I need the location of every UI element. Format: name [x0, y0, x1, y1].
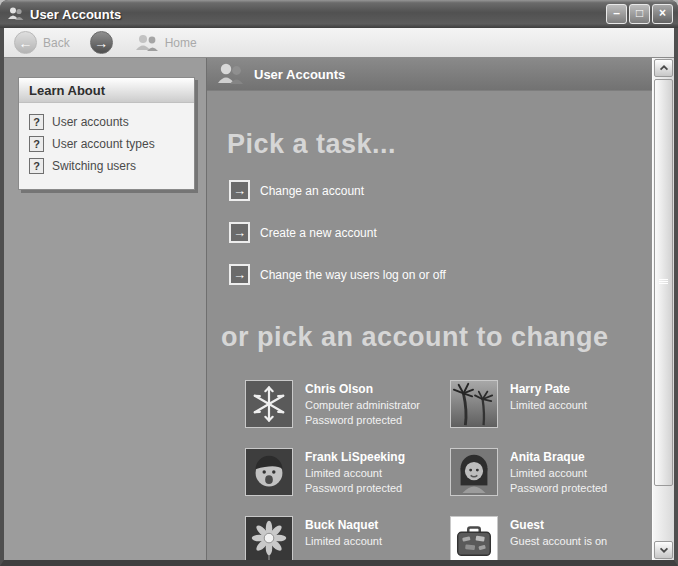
child-photo-icon — [245, 448, 293, 496]
snowflake-icon — [245, 380, 293, 428]
back-label: Back — [43, 36, 70, 50]
sidebar: Learn About ? User accounts ? User accou… — [4, 58, 207, 560]
navigation-toolbar: ← Back → Home — [4, 28, 674, 58]
scrollbar-track[interactable] — [653, 78, 674, 540]
pick-account-heading: or pick an account to change — [221, 322, 652, 353]
account-tile-harry-pate[interactable]: Harry Pate Limited account — [450, 380, 652, 428]
forward-arrow-icon: → — [94, 35, 108, 51]
content-header-title: User Accounts — [254, 67, 345, 82]
sidebar-item-label: Switching users — [52, 159, 136, 173]
user-accounts-window: User Accounts – □ × ← Back → — [0, 0, 678, 566]
account-tile-frank-lispeeking[interactable]: Frank LiSpeeking Limited account Passwor… — [245, 448, 450, 496]
sidebar-item-user-accounts[interactable]: ? User accounts — [27, 111, 186, 133]
task-label: Create a new account — [260, 226, 377, 240]
account-status: Password protected — [305, 481, 405, 496]
palm-trees-icon — [450, 380, 498, 428]
close-button[interactable]: × — [652, 4, 673, 24]
task-label: Change the way users log on or off — [260, 268, 446, 282]
home-label: Home — [165, 36, 197, 50]
task-list: → Change an account → Create a new accou… — [229, 180, 652, 306]
sidebar-item-label: User account types — [52, 137, 155, 151]
account-tile-guest[interactable]: Guest Guest account is on — [450, 516, 652, 560]
back-button[interactable]: ← — [14, 31, 37, 54]
account-name: Harry Pate — [510, 382, 587, 396]
titlebar[interactable]: User Accounts – □ × — [0, 0, 678, 28]
task-label: Change an account — [260, 184, 364, 198]
task-arrow-icon: → — [229, 264, 250, 285]
account-type: Limited account — [510, 398, 587, 413]
suitcase-icon — [450, 516, 498, 560]
help-icon: ? — [29, 136, 44, 152]
account-tile-anita-braque[interactable]: Anita Braque Limited account Password pr… — [450, 448, 652, 496]
chevron-up-icon — [658, 63, 670, 73]
task-arrow-icon: → — [229, 222, 250, 243]
chevron-down-icon — [658, 545, 670, 555]
help-icon: ? — [29, 114, 44, 130]
vertical-scrollbar — [652, 58, 674, 560]
account-type: Computer administrator — [305, 398, 420, 413]
account-name: Chris Olson — [305, 382, 420, 396]
account-type: Limited account — [305, 534, 382, 549]
account-name: Anita Braque — [510, 450, 607, 464]
task-change-an-account[interactable]: → Change an account — [229, 180, 364, 201]
task-arrow-icon: → — [229, 180, 250, 201]
learn-about-title: Learn About — [19, 78, 194, 103]
back-arrow-icon: ← — [19, 35, 33, 51]
users-icon — [217, 62, 244, 86]
account-tile-buck-naquet[interactable]: Buck Naquet Limited account — [245, 516, 450, 560]
maximize-button[interactable]: □ — [629, 4, 650, 24]
content-area: User Accounts Pick a task... → Change an… — [207, 58, 652, 560]
accounts-grid: Chris Olson Computer administrator Passw… — [245, 380, 652, 560]
sidebar-item-label: User accounts — [52, 115, 129, 129]
account-type: Guest account is on — [510, 534, 607, 549]
learn-about-panel: Learn About ? User accounts ? User accou… — [18, 77, 195, 190]
scroll-down-button[interactable] — [654, 541, 673, 559]
content-header: User Accounts — [207, 58, 652, 91]
account-name: Frank LiSpeeking — [305, 450, 405, 464]
task-change-logon-logoff[interactable]: → Change the way users log on or off — [229, 264, 446, 285]
minimize-button[interactable]: – — [606, 4, 627, 24]
forward-button[interactable]: → — [90, 31, 113, 54]
account-name: Guest — [510, 518, 607, 532]
pick-task-heading: Pick a task... — [227, 129, 652, 160]
account-status: Password protected — [305, 413, 420, 428]
window-title: User Accounts — [30, 7, 606, 22]
woman-photo-icon — [450, 448, 498, 496]
flower-icon — [245, 516, 293, 560]
scrollbar-grip — [659, 279, 668, 285]
scroll-up-button[interactable] — [654, 59, 673, 77]
account-type: Limited account — [305, 466, 405, 481]
sidebar-item-switching-users[interactable]: ? Switching users — [27, 155, 186, 177]
help-icon: ? — [29, 158, 44, 174]
task-create-new-account[interactable]: → Create a new account — [229, 222, 377, 243]
account-type: Limited account — [510, 466, 607, 481]
users-icon — [7, 6, 24, 22]
account-tile-chris-olson[interactable]: Chris Olson Computer administrator Passw… — [245, 380, 450, 428]
account-name: Buck Naquet — [305, 518, 382, 532]
sidebar-item-user-account-types[interactable]: ? User account types — [27, 133, 186, 155]
account-status: Password protected — [510, 481, 607, 496]
scrollbar-thumb[interactable] — [654, 79, 673, 486]
home-button[interactable]: Home — [135, 34, 197, 52]
home-users-icon — [135, 34, 159, 52]
